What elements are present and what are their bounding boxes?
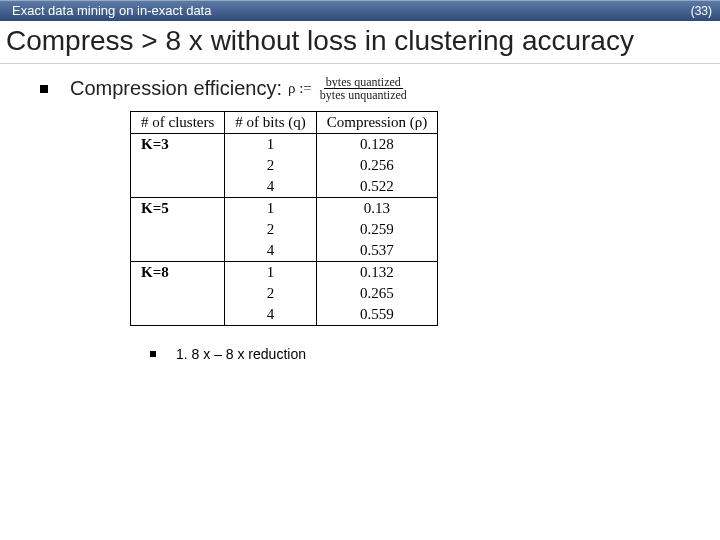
cell-rho: 0.132	[316, 262, 437, 284]
table-row: 4 0.559	[131, 304, 438, 326]
cell-rho: 0.259	[316, 219, 437, 240]
table-row: 2 0.256	[131, 155, 438, 176]
sub-bullet-reduction: 1. 8 x – 8 x reduction	[150, 346, 680, 362]
col-rho: Compression (ρ)	[316, 112, 437, 134]
cell-q: 2	[225, 155, 316, 176]
table-row: 4 0.537	[131, 240, 438, 262]
cell-k: K=3	[131, 134, 225, 156]
cell-q: 4	[225, 304, 316, 326]
table-header-row: # of clusters # of bits (q) Compression …	[131, 112, 438, 134]
cell-q: 1	[225, 198, 316, 220]
cell-q: 1	[225, 262, 316, 284]
bullet-icon	[150, 351, 156, 357]
cell-rho: 0.537	[316, 240, 437, 262]
bullet-label: Compression efficiency:	[70, 77, 282, 100]
rho-denominator: bytes unquantized	[318, 89, 409, 101]
cell-k-empty	[131, 304, 225, 326]
col-bits: # of bits (q)	[225, 112, 316, 134]
header-left: Exact data mining on in-exact data	[12, 3, 211, 18]
cell-rho: 0.13	[316, 198, 437, 220]
table-row: K=3 1 0.128	[131, 134, 438, 156]
cell-rho: 0.128	[316, 134, 437, 156]
slide-number: (33)	[691, 4, 712, 18]
cell-k-empty	[131, 155, 225, 176]
cell-k-empty	[131, 219, 225, 240]
col-clusters: # of clusters	[131, 112, 225, 134]
cell-k-empty	[131, 283, 225, 304]
slide-header: Exact data mining on in-exact data (33)	[0, 0, 720, 21]
rho-fraction: bytes quantized bytes unquantized	[318, 76, 409, 101]
cell-rho: 0.256	[316, 155, 437, 176]
cell-q: 4	[225, 240, 316, 262]
sub-bullet-label: 1. 8 x – 8 x reduction	[176, 346, 306, 362]
cell-k-empty	[131, 176, 225, 198]
cell-k: K=5	[131, 198, 225, 220]
cell-rho: 0.559	[316, 304, 437, 326]
bullet-icon	[40, 85, 48, 93]
cell-rho: 0.265	[316, 283, 437, 304]
slide-body: Compression efficiency: ρ := bytes quant…	[0, 64, 720, 374]
table-row: K=5 1 0.13	[131, 198, 438, 220]
slide-title: Compress > 8 x without loss in clusterin…	[0, 21, 720, 64]
cell-k-empty	[131, 240, 225, 262]
rho-symbol: ρ :=	[288, 80, 312, 97]
cell-q: 2	[225, 219, 316, 240]
table-row: K=8 1 0.132	[131, 262, 438, 284]
cell-q: 4	[225, 176, 316, 198]
rho-formula: ρ := bytes quantized bytes unquantized	[288, 76, 409, 101]
cell-q: 1	[225, 134, 316, 156]
cell-rho: 0.522	[316, 176, 437, 198]
table-row: 2 0.265	[131, 283, 438, 304]
table-row: 4 0.522	[131, 176, 438, 198]
compression-table: # of clusters # of bits (q) Compression …	[130, 111, 438, 326]
bullet-compression-efficiency: Compression efficiency: ρ := bytes quant…	[40, 76, 680, 101]
cell-k: K=8	[131, 262, 225, 284]
table-row: 2 0.259	[131, 219, 438, 240]
cell-q: 2	[225, 283, 316, 304]
